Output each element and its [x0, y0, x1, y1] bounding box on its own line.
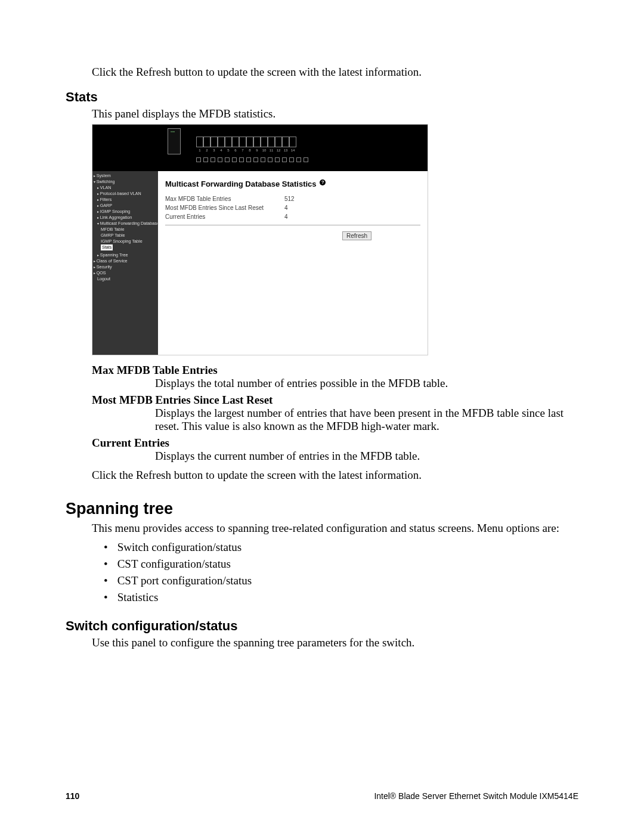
def-term: Most MFDB Entries Since Last Reset — [92, 394, 578, 407]
led-icon — [239, 157, 244, 162]
stats-heading: Stats — [66, 89, 578, 105]
stats-table: Max MFDB Table Entries 512 Most MFDB Ent… — [165, 194, 368, 221]
stat-label: Max MFDB Table Entries — [165, 194, 284, 203]
led-icon — [203, 157, 208, 162]
stat-value: 4 — [284, 212, 368, 221]
def-desc: Displays the total number of entries pos… — [155, 377, 578, 390]
port-icon[interactable] — [261, 137, 268, 147]
port-number: 14 — [289, 147, 296, 153]
port-number: 9 — [253, 147, 261, 153]
led-row — [196, 157, 311, 162]
nav-igmp[interactable]: IGMP Snooping — [94, 209, 157, 215]
footer-title: Intel® Blade Server Ethernet Switch Modu… — [374, 791, 578, 801]
nav-vlan[interactable]: VLAN — [94, 185, 157, 191]
list-item: CST port configuration/status — [104, 574, 578, 587]
switch-config-heading: Switch configuration/status — [66, 618, 578, 634]
led-icon — [304, 157, 308, 162]
port-number: 7 — [239, 147, 246, 153]
port-icon[interactable] — [218, 137, 225, 147]
port-icon[interactable] — [225, 137, 232, 147]
switch-config-desc: Use this panel to configure the spanning… — [92, 636, 578, 649]
port-number: 4 — [218, 147, 225, 153]
port-number: 13 — [282, 147, 289, 153]
nav-switching[interactable]: Switching — [94, 179, 157, 185]
port-number: 2 — [203, 147, 210, 153]
port-number: 3 — [210, 147, 218, 153]
nav-filters[interactable]: Filters — [94, 197, 157, 203]
port-icon[interactable] — [289, 137, 296, 147]
led-icon — [196, 157, 201, 162]
port-icon[interactable] — [253, 137, 261, 147]
port-icon[interactable] — [210, 137, 218, 147]
led-icon — [210, 157, 215, 162]
def-term: Current Entries — [92, 436, 578, 450]
led-icon — [289, 157, 294, 162]
content-title: Multicast Forwarding Database Statistics… — [165, 179, 420, 188]
definitions: Max MFDB Table Entries Displays the tota… — [92, 364, 578, 463]
port-icon[interactable] — [196, 137, 203, 147]
port-icon[interactable] — [246, 137, 253, 147]
port-number: 10 — [261, 147, 268, 153]
port-number: 6 — [232, 147, 239, 153]
page-footer: 110 Intel® Blade Server Ethernet Switch … — [66, 791, 578, 801]
led-icon — [296, 157, 301, 162]
content-title-text: Multicast Forwarding Database Statistics — [165, 179, 317, 188]
led-icon — [253, 157, 258, 162]
port-icon[interactable] — [275, 137, 282, 147]
table-row: Max MFDB Table Entries 512 — [165, 194, 368, 203]
list-item: Switch configuration/status — [104, 541, 578, 554]
led-icon — [275, 157, 280, 162]
nav-protocol-vlan[interactable]: Protocol-based VLAN — [94, 191, 157, 197]
stat-value: 512 — [284, 194, 368, 203]
led-icon — [225, 157, 230, 162]
nav-qos[interactable]: QOS — [94, 270, 157, 276]
led-icon — [268, 157, 273, 162]
port-number: 5 — [225, 147, 232, 153]
port-number: 8 — [246, 147, 253, 153]
nav-link-agg[interactable]: Link Aggregation — [94, 215, 157, 221]
spanning-tree-menu: Switch configuration/status CST configur… — [104, 541, 578, 604]
spanning-tree-desc: This menu provides access to spanning tr… — [92, 522, 578, 535]
nav-logout[interactable]: Logout — [94, 276, 157, 282]
table-row: Current Entries 4 — [165, 212, 368, 221]
port-row: 1234567891011121314 — [196, 137, 296, 153]
nav-cos[interactable]: Class of Service — [94, 258, 157, 264]
spanning-tree-heading: Spanning tree — [66, 500, 578, 518]
port-number: 1 — [196, 147, 203, 153]
port-icon[interactable] — [239, 137, 246, 147]
mfdb-stats-panel: 1234567891011121314 System Switching VLA… — [92, 124, 428, 355]
list-item: CST configuration/status — [104, 558, 578, 571]
nav-mfdb-table[interactable]: MFDB Table — [94, 227, 157, 233]
port-icon[interactable] — [232, 137, 239, 147]
refresh-button[interactable]: Refresh — [342, 231, 371, 240]
nav-spanning-tree[interactable]: Spanning Tree — [94, 252, 157, 258]
nav-stats[interactable]: Stats — [101, 244, 113, 250]
led-icon — [282, 157, 287, 162]
nav-igmp-snoop-table[interactable]: IGMP Snooping Table — [94, 239, 157, 244]
port-icon[interactable] — [203, 137, 210, 147]
nav-gmrp-table[interactable]: GMRP Table — [94, 233, 157, 239]
stat-label: Current Entries — [165, 212, 284, 221]
def-term: Max MFDB Table Entries — [92, 364, 578, 377]
content-area: Multicast Forwarding Database Statistics… — [158, 171, 428, 355]
port-icon[interactable] — [282, 137, 289, 147]
device-banner: 1234567891011121314 — [92, 125, 428, 171]
led-icon — [261, 157, 265, 162]
nav-tree: System Switching VLAN Protocol-based VLA… — [92, 171, 158, 355]
def-desc: Displays the current number of entries i… — [155, 450, 578, 463]
nav-garp[interactable]: GARP — [94, 203, 157, 209]
table-row: Most MFDB Entries Since Last Reset 4 — [165, 203, 368, 212]
stat-label: Most MFDB Entries Since Last Reset — [165, 203, 284, 212]
led-icon — [232, 157, 237, 162]
help-icon[interactable]: ? — [320, 179, 326, 185]
led-icon — [246, 157, 251, 162]
nav-mfdb[interactable]: Multicast Forwarding Database — [94, 221, 157, 227]
def-desc: Displays the largest number of entries t… — [155, 407, 578, 433]
port-icon[interactable] — [268, 137, 275, 147]
port-number: 11 — [268, 147, 275, 153]
nav-security[interactable]: Security — [94, 264, 157, 270]
led-icon — [218, 157, 222, 162]
port-number: 12 — [275, 147, 282, 153]
stat-value: 4 — [284, 203, 368, 212]
nav-system[interactable]: System — [94, 173, 157, 179]
